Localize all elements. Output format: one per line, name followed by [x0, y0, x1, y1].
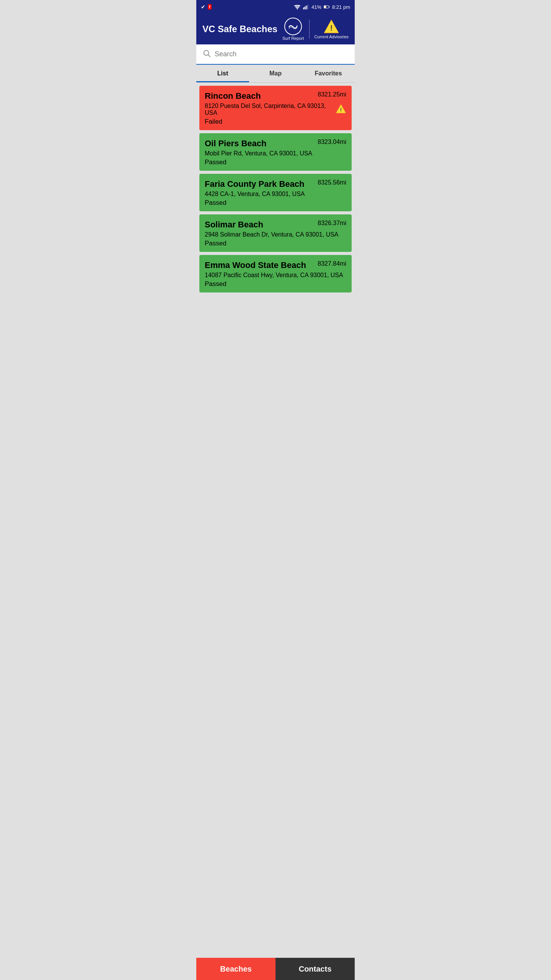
svg-rect-6	[329, 7, 330, 8]
svg-line-12	[208, 55, 210, 57]
app-title: VC Safe Beaches	[202, 24, 277, 34]
status-left: ✔ f	[201, 4, 212, 10]
svg-rect-4	[307, 5, 308, 9]
warning-triangle-icon: !	[323, 19, 339, 34]
advisories-button[interactable]: ! Current Advisories	[314, 19, 349, 39]
wifi-icon	[294, 4, 301, 10]
beach-distance: 8325.56mi	[318, 179, 346, 186]
beach-status: Passed	[205, 240, 346, 247]
beach-name: Rincon Beach	[205, 91, 318, 101]
beach-address: 2948 Solimar Beach Dr, Ventura, CA 93001…	[205, 231, 346, 238]
contacts-nav-label: Contacts	[299, 965, 332, 973]
beaches-nav-button[interactable]: Beaches	[196, 958, 276, 980]
contacts-nav-button[interactable]: Contacts	[276, 958, 355, 980]
battery-icon: ⚡	[324, 4, 330, 10]
app-bar-actions: Surf Report ! Current Advisories	[282, 18, 349, 41]
beach-name: Oil Piers Beach	[205, 139, 318, 149]
beach-address: 8120 Puesta Del Sol, Carpinteria, CA 930…	[205, 103, 346, 116]
beach-distance: 8327.84mi	[318, 260, 346, 267]
surf-report-label: Surf Report	[282, 36, 304, 41]
beach-item[interactable]: Oil Piers Beach 8323.04mi Mobil Pier Rd,…	[199, 133, 352, 171]
svg-rect-2	[305, 7, 305, 9]
beach-status: Passed	[205, 199, 346, 207]
beach-row-top: Oil Piers Beach 8323.04mi	[205, 139, 346, 149]
checkmark-icon: ✔	[201, 4, 205, 10]
beach-status: Passed	[205, 280, 346, 288]
svg-rect-3	[306, 6, 306, 10]
tab-map[interactable]: Map	[249, 65, 302, 82]
search-icon	[202, 49, 211, 59]
tab-bar: List Map Favorites	[196, 65, 355, 83]
beach-row-top: Rincon Beach 8321.25mi	[205, 91, 346, 101]
beach-item[interactable]: Rincon Beach 8321.25mi 8120 Puesta Del S…	[199, 86, 352, 130]
signal-icon	[303, 4, 309, 10]
tab-favorites[interactable]: Favorites	[302, 65, 355, 82]
beach-status: Failed	[205, 118, 346, 126]
bottom-nav: Beaches Contacts	[196, 958, 355, 980]
beach-address: 14087 Pacific Coast Hwy, Ventura, CA 930…	[205, 272, 346, 279]
beach-row-top: Emma Wood State Beach 8327.84mi	[205, 260, 346, 270]
app-bar: VC Safe Beaches Surf Report ! Current Ad…	[196, 14, 355, 44]
status-right: 41% ⚡ 8:21 pm	[294, 4, 350, 10]
svg-point-0	[297, 9, 298, 10]
beach-row-top: Solimar Beach 8326.37mi	[205, 220, 346, 230]
beach-distance: 8326.37mi	[318, 220, 346, 227]
beach-distance: 8321.25mi	[318, 91, 346, 98]
beach-address: Mobil Pier Rd, Ventura, CA 93001, USA	[205, 150, 346, 157]
beach-item[interactable]: Faria County Park Beach 8325.56mi 4428 C…	[199, 174, 352, 211]
wave-icon	[288, 21, 298, 32]
beach-name: Faria County Park Beach	[205, 179, 318, 189]
beach-status: Passed	[205, 158, 346, 166]
search-input[interactable]	[215, 50, 349, 58]
beach-item[interactable]: Emma Wood State Beach 8327.84mi 14087 Pa…	[199, 255, 352, 292]
warning-icon: !	[336, 104, 346, 115]
action-divider	[309, 20, 310, 39]
tab-list[interactable]: List	[196, 65, 249, 82]
search-bar	[196, 44, 355, 65]
svg-text:!: !	[330, 24, 333, 32]
beach-name: Solimar Beach	[205, 220, 318, 230]
svg-rect-1	[303, 8, 304, 10]
advisories-label: Current Advisories	[314, 34, 349, 39]
surf-report-icon-circle	[284, 18, 302, 35]
flipboard-icon: f	[208, 4, 212, 10]
surf-report-button[interactable]: Surf Report	[282, 18, 305, 41]
beach-address: 4428 CA-1, Ventura, CA 93001, USA	[205, 191, 346, 198]
beach-list: Rincon Beach 8321.25mi 8120 Puesta Del S…	[196, 83, 355, 958]
beach-row-top: Faria County Park Beach 8325.56mi	[205, 179, 346, 189]
beaches-nav-label: Beaches	[220, 965, 251, 973]
beach-name: Emma Wood State Beach	[205, 260, 318, 270]
svg-text:⚡: ⚡	[325, 6, 327, 8]
svg-text:!: !	[340, 107, 342, 113]
time: 8:21 pm	[332, 4, 350, 10]
status-bar: ✔ f 41% ⚡ 8:21 pm	[196, 0, 355, 14]
beach-item[interactable]: Solimar Beach 8326.37mi 2948 Solimar Bea…	[199, 214, 352, 252]
beach-distance: 8323.04mi	[318, 139, 346, 145]
battery-percent: 41%	[311, 4, 321, 10]
